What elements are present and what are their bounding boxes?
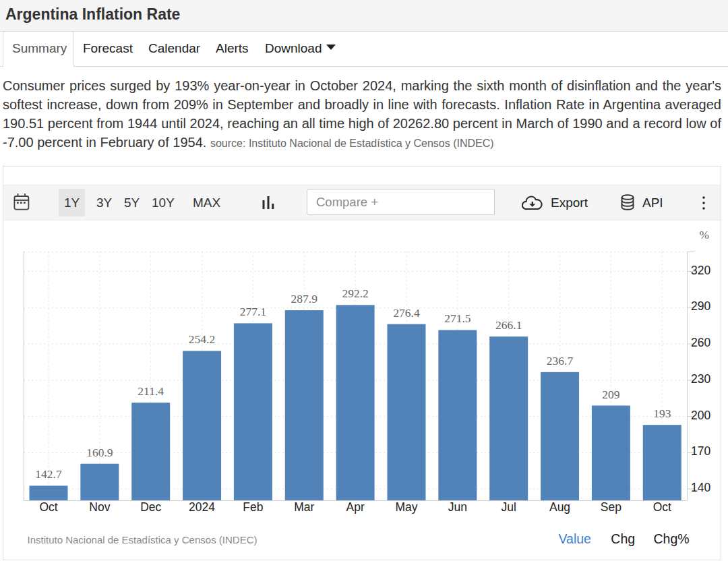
svg-text:Feb: Feb — [243, 500, 263, 514]
svg-text:Chg: Chg — [611, 531, 635, 546]
svg-text:Mar: Mar — [294, 500, 314, 514]
svg-text:Instituto Nacional de Estadíst: Instituto Nacional de Estadística y Cens… — [28, 534, 257, 545]
svg-text:236.7: 236.7 — [547, 354, 574, 367]
svg-text:Sep: Sep — [601, 500, 621, 514]
svg-text:Dec: Dec — [140, 500, 161, 514]
svg-text:Value: Value — [559, 531, 591, 546]
svg-text:276.4: 276.4 — [393, 306, 420, 320]
svg-text:271.5: 271.5 — [444, 312, 471, 325]
svg-text:Jul: Jul — [502, 500, 516, 514]
svg-text:May: May — [395, 500, 417, 514]
svg-text:209: 209 — [602, 388, 620, 401]
svg-text:%: % — [700, 228, 710, 241]
svg-text:200: 200 — [691, 409, 710, 422]
svg-text:Oct: Oct — [653, 500, 671, 514]
svg-text:Nov: Nov — [89, 500, 110, 514]
svg-text:Jun: Jun — [448, 500, 467, 514]
svg-text:266.1: 266.1 — [495, 318, 522, 332]
svg-text:142.7: 142.7 — [35, 467, 62, 481]
svg-text:320: 320 — [691, 264, 710, 277]
svg-text:277.1: 277.1 — [240, 305, 266, 318]
svg-text:170: 170 — [691, 444, 710, 458]
svg-text:211.4: 211.4 — [138, 384, 164, 398]
svg-text:260: 260 — [691, 336, 710, 349]
svg-text:193: 193 — [653, 407, 671, 420]
svg-text:292.2: 292.2 — [342, 287, 368, 300]
svg-text:290: 290 — [691, 299, 710, 313]
svg-text:140: 140 — [691, 481, 710, 494]
svg-text:Chg%: Chg% — [654, 531, 690, 546]
svg-text:2024: 2024 — [189, 500, 215, 514]
svg-text:230: 230 — [691, 372, 710, 386]
svg-text:Oct: Oct — [39, 500, 57, 514]
svg-text:287.9: 287.9 — [291, 292, 318, 305]
svg-text:Aug: Aug — [549, 500, 570, 514]
svg-text:254.2: 254.2 — [189, 332, 215, 346]
svg-text:160.9: 160.9 — [86, 446, 113, 459]
svg-text:Apr: Apr — [346, 500, 365, 514]
